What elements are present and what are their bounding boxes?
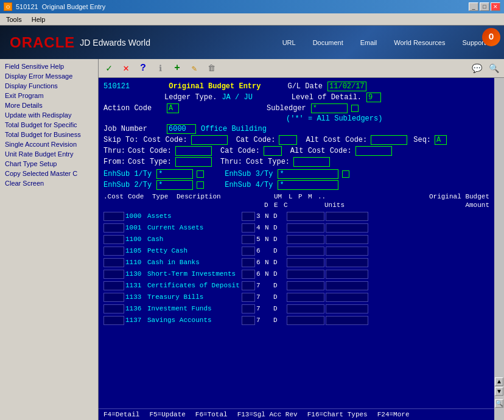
subledger-input[interactable] (311, 103, 348, 113)
level-input[interactable] (366, 93, 381, 102)
row-um-8[interactable] (242, 304, 255, 313)
enhsub2-input[interactable] (156, 180, 193, 190)
fkey-f5[interactable]: F5=Update (149, 411, 185, 418)
row-units-5[interactable] (287, 270, 324, 279)
fkey-f16[interactable]: F16=Chart Types (307, 411, 368, 418)
thru-altcost-input[interactable] (355, 146, 392, 156)
row-um-9[interactable] (242, 316, 255, 325)
enhsub2-checkbox[interactable] (197, 181, 204, 189)
row-amount-2[interactable] (326, 235, 368, 244)
fkey-f6[interactable]: F6=Total (195, 411, 228, 418)
chat-button[interactable]: 💬 (470, 61, 483, 75)
nav-world-resources[interactable]: World Resources (385, 37, 453, 49)
search-button[interactable]: 🔍 (487, 61, 500, 75)
row-amount-6[interactable] (326, 281, 368, 290)
enhsub1-checkbox[interactable] (197, 170, 204, 178)
fkey-f13[interactable]: F13=Sgl Acc Rev (237, 411, 298, 418)
row-um-3[interactable] (242, 247, 255, 256)
sidebar-item-more-details[interactable]: More Details (0, 100, 98, 110)
gl-date-input[interactable] (327, 82, 366, 91)
sidebar-item-display-error[interactable]: Display Error Message (0, 71, 98, 81)
skipto-costcode-input[interactable] (191, 135, 228, 145)
thru-catcode-input[interactable] (264, 146, 282, 156)
row-selector-9[interactable] (103, 316, 124, 325)
enhsub3-input[interactable] (278, 169, 338, 179)
row-selector-2[interactable] (103, 235, 124, 244)
enhsub3-checkbox[interactable] (342, 170, 349, 178)
info-button[interactable]: ℹ (153, 61, 167, 75)
edit-button[interactable]: ✎ (187, 61, 201, 75)
row-units-0[interactable] (287, 212, 324, 221)
sidebar-item-total-budget-business[interactable]: Total Budget for Business (0, 130, 98, 139)
tools-menu[interactable]: Tools (2, 15, 26, 24)
row-amount-9[interactable] (326, 316, 368, 325)
row-selector-3[interactable] (103, 247, 124, 256)
row-units-3[interactable] (287, 247, 324, 256)
row-units-4[interactable] (287, 258, 324, 267)
row-um-0[interactable] (242, 212, 255, 221)
row-units-6[interactable] (287, 281, 324, 290)
row-units-9[interactable] (287, 316, 324, 325)
enhsub1-input[interactable] (156, 169, 193, 179)
fkey-f24[interactable]: F24=More (377, 411, 410, 418)
sidebar-item-total-budget-specific[interactable]: Total Budget for Specific (0, 120, 98, 130)
nav-url[interactable]: URL (274, 37, 304, 49)
seq-input[interactable] (435, 135, 447, 145)
row-units-2[interactable] (287, 235, 324, 244)
row-units-7[interactable] (287, 293, 324, 302)
from-costtype-input[interactable] (175, 157, 212, 167)
sidebar-item-single-account-revision[interactable]: Single Account Revision (0, 139, 98, 149)
close-button[interactable]: ✕ (491, 2, 500, 11)
help-menu[interactable]: Help (28, 15, 49, 24)
row-selector-6[interactable] (103, 281, 124, 290)
row-um-7[interactable] (242, 293, 255, 302)
subledger-checkbox[interactable] (351, 105, 359, 112)
cancel-button[interactable]: ✕ (119, 61, 133, 75)
sidebar-item-display-functions[interactable]: Display Functions (0, 81, 98, 91)
row-selector-4[interactable] (103, 258, 124, 267)
row-amount-5[interactable] (326, 270, 368, 279)
delete-button[interactable]: 🗑 (205, 61, 218, 75)
thru-costtype-input[interactable] (293, 157, 330, 167)
row-amount-8[interactable] (326, 304, 368, 313)
action-code-input[interactable] (167, 103, 179, 113)
row-amount-1[interactable] (326, 223, 368, 233)
thru-costcode-input[interactable] (175, 146, 212, 156)
row-um-1[interactable] (242, 223, 255, 233)
scroll-search-button[interactable]: 🔍 (495, 399, 503, 408)
sidebar-item-exit-program[interactable]: Exit Program (0, 91, 98, 100)
sidebar-item-copy-selected-master[interactable]: Copy Selected Master C (0, 169, 98, 178)
row-amount-4[interactable] (326, 258, 368, 267)
scroll-down-button[interactable]: ▼ (495, 387, 503, 396)
nav-email[interactable]: Email (352, 37, 386, 49)
row-amount-3[interactable] (326, 247, 368, 256)
row-units-1[interactable] (287, 223, 324, 233)
row-um-4[interactable] (242, 258, 255, 267)
fkey-f4[interactable]: F4=Detail (103, 411, 139, 418)
row-selector-7[interactable] (103, 293, 124, 302)
maximize-button[interactable]: □ (480, 2, 489, 11)
row-um-5[interactable] (242, 270, 255, 279)
row-um-6[interactable] (242, 281, 255, 290)
job-number-input[interactable] (167, 124, 196, 134)
row-amount-0[interactable] (326, 212, 368, 221)
sidebar-item-unit-rate-budget[interactable]: Unit Rate Budget Entry (0, 149, 98, 159)
row-units-8[interactable] (287, 304, 324, 313)
sidebar-item-chart-type-setup[interactable]: Chart Type Setup (0, 159, 98, 169)
enhsub4-input[interactable] (278, 180, 338, 190)
row-selector-0[interactable] (103, 212, 124, 221)
row-selector-5[interactable] (103, 270, 124, 279)
add-button[interactable]: + (170, 61, 184, 75)
row-selector-8[interactable] (103, 304, 124, 313)
row-amount-7[interactable] (326, 293, 368, 302)
scroll-up-button[interactable]: ▲ (495, 377, 503, 386)
skipto-catcode-input[interactable] (279, 135, 297, 145)
sidebar-item-update-redisplay[interactable]: Update with Redisplay (0, 110, 98, 120)
skipto-altcost-input[interactable] (371, 135, 407, 145)
row-um-2[interactable] (242, 235, 255, 244)
help-button[interactable]: ? (136, 61, 150, 75)
minimize-button[interactable]: _ (469, 2, 478, 11)
row-selector-1[interactable] (103, 223, 124, 233)
sidebar-item-field-sensitive-help[interactable]: Field Sensitive Help (0, 61, 98, 71)
nav-document[interactable]: Document (304, 37, 352, 49)
